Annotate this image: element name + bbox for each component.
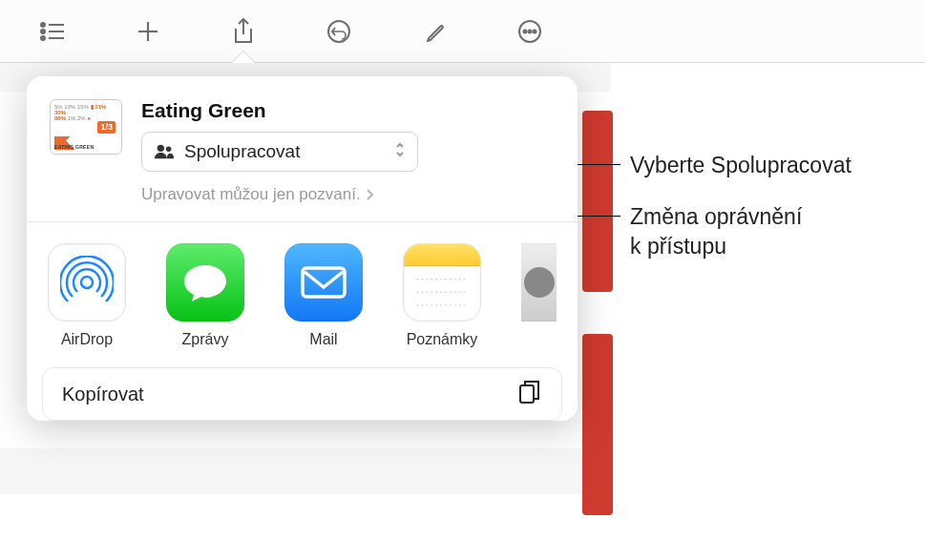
people-icon [154, 143, 175, 160]
callout-collaborate: Vyberte Spolupracovat [630, 151, 851, 180]
svg-point-2 [41, 30, 45, 33]
svg-point-20 [524, 267, 555, 298]
svg-point-12 [534, 30, 536, 32]
list-icon[interactable] [38, 17, 67, 46]
share-sheet-header: 5% 10% 15% ▮ 21% 30% 88% 1% 2% ● 1/3 EAT… [27, 76, 578, 222]
collaborate-label: Spolupracovat [184, 141, 300, 162]
svg-point-14 [166, 147, 172, 153]
background-strip [0, 448, 611, 494]
messages-icon [166, 243, 244, 321]
airdrop-icon [48, 243, 126, 321]
app-label: Mail [309, 331, 337, 348]
share-app-messages[interactable]: Zprávy [166, 243, 244, 348]
svg-point-10 [524, 30, 527, 32]
svg-point-13 [158, 145, 164, 152]
share-actions: Kopírovat [27, 356, 578, 421]
share-app-mail[interactable]: Mail [284, 243, 363, 348]
svg-point-11 [529, 30, 532, 32]
background-red-strip [582, 111, 613, 292]
share-apps-row: AirDrop Zprávy Mail [27, 222, 578, 356]
brush-icon[interactable] [420, 17, 449, 46]
permissions-row[interactable]: Upravovat můžou jen pozvaní. [141, 185, 555, 204]
copy-action[interactable]: Kopírovat [42, 367, 562, 421]
app-label: AirDrop [61, 331, 113, 348]
copy-label: Kopírovat [62, 384, 144, 405]
mail-icon [284, 243, 363, 321]
share-app-notes[interactable]: Poznámky [403, 243, 481, 348]
generic-app-icon [521, 243, 557, 321]
callout-permissions: Změna oprávněník přístupu [630, 202, 802, 261]
document-thumbnail: 5% 10% 15% ▮ 21% 30% 88% 1% 2% ● 1/3 EAT… [50, 99, 122, 155]
svg-point-15 [81, 277, 93, 288]
share-sheet: 5% 10% 15% ▮ 21% 30% 88% 1% 2% ● 1/3 EAT… [27, 76, 578, 421]
notes-icon [403, 243, 481, 321]
share-icon[interactable] [229, 17, 258, 46]
more-icon[interactable] [515, 17, 544, 46]
copy-icon [517, 379, 542, 410]
document-title: Eating Green [141, 99, 555, 122]
svg-rect-16 [303, 268, 345, 297]
collaborate-dropdown[interactable]: Spolupracovat [141, 132, 418, 172]
chevron-right-icon [365, 188, 374, 201]
svg-point-0 [41, 23, 45, 27]
background-red-strip [582, 334, 613, 515]
svg-rect-21 [520, 385, 534, 403]
undo-icon[interactable] [325, 17, 353, 46]
app-label: Poznámky [407, 331, 478, 348]
chevron-updown-icon [394, 141, 406, 163]
permissions-text: Upravovat můžou jen pozvaní. [141, 185, 361, 204]
app-label: Zprávy [182, 331, 229, 348]
svg-point-4 [41, 36, 45, 40]
top-toolbar [0, 0, 925, 63]
share-app-airdrop[interactable]: AirDrop [48, 243, 126, 348]
add-icon[interactable] [134, 17, 162, 46]
share-app-more[interactable] [521, 243, 557, 348]
